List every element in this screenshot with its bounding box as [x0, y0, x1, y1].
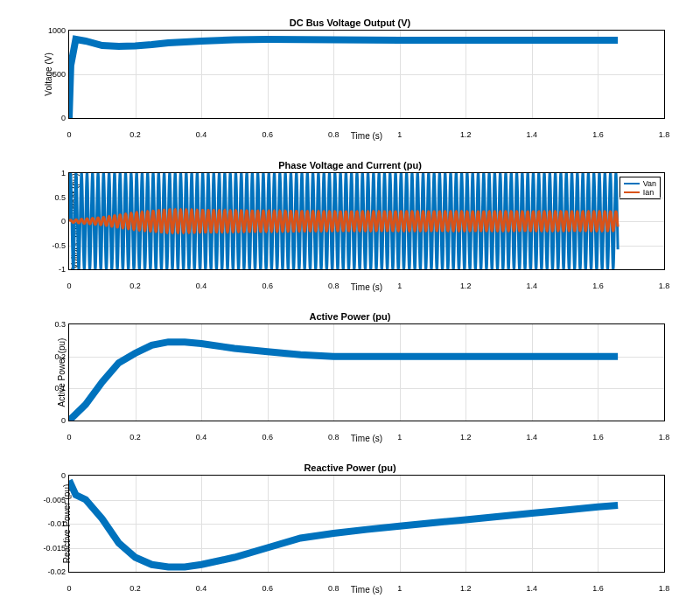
y-tick-label: 500: [36, 70, 66, 79]
y-tick-label: -0.005: [36, 496, 66, 504]
x-axis-label: Time (s): [68, 131, 665, 141]
x-tick-label: 1.8: [659, 130, 670, 139]
chart-dc-bus-voltage: DC Bus Voltage Output (V) Voltage (V) 05…: [26, 17, 674, 141]
x-tick-label: 1.6: [592, 282, 604, 290]
x-tick-label: 0.2: [130, 433, 141, 442]
chart-title: Active Power (pu): [26, 311, 674, 322]
series-vdc: [69, 39, 618, 118]
x-tick-label: 0.4: [196, 584, 207, 593]
x-tick-label: 0.2: [130, 282, 141, 290]
x-tick-label: 1.8: [659, 433, 670, 442]
plot-area: Reactive Power (pu) -0.02-0.015-0.01-0.0…: [68, 475, 665, 573]
y-tick-label: 0.2: [36, 352, 66, 361]
y-tick-label: 0.5: [36, 193, 66, 202]
x-tick-label: 0: [66, 130, 71, 139]
series-p: [69, 342, 618, 421]
x-tick-label: 0.6: [262, 584, 273, 593]
chart-title: Phase Voltage and Current (pu): [26, 160, 674, 170]
plot-svg: [69, 173, 664, 269]
chart-phase-voltage-current: Phase Voltage and Current (pu) Voltage a…: [26, 160, 674, 292]
plot-svg: [69, 31, 664, 118]
chart-reactive-power: Reactive Power (pu) Reactive Power (pu) …: [26, 462, 674, 595]
x-axis-label: Time (s): [68, 585, 665, 595]
y-tick-label: 0.1: [36, 384, 66, 393]
x-tick-label: 1.2: [460, 130, 472, 139]
y-tick-label: 0: [36, 416, 66, 425]
chart-active-power: Active Power (pu) Active Power (pu) 00.1…: [26, 311, 674, 443]
chart-title: DC Bus Voltage Output (V): [26, 17, 674, 28]
x-tick-label: 1: [397, 584, 402, 593]
x-tick-label: 1.8: [659, 584, 670, 593]
x-tick-label: 0.8: [328, 282, 340, 290]
y-tick-label: 1000: [36, 26, 66, 35]
series-q: [69, 481, 618, 567]
y-tick-label: 0.3: [36, 320, 66, 329]
x-tick-label: 1.4: [527, 433, 538, 442]
y-tick-label: -0.02: [36, 567, 66, 576]
plot-svg: [69, 324, 664, 421]
x-tick-label: 1.6: [592, 130, 604, 139]
x-tick-label: 0.8: [328, 130, 340, 139]
x-tick-label: 0.2: [130, 130, 141, 139]
y-tick-label: -0.015: [36, 544, 66, 553]
x-tick-label: 0: [66, 282, 71, 290]
x-axis-label: Time (s): [68, 434, 665, 443]
charts-container: DC Bus Voltage Output (V) Voltage (V) 05…: [0, 0, 700, 612]
x-tick-label: 0.6: [262, 282, 273, 290]
y-tick-label: 0: [36, 471, 66, 480]
x-tick-label: 0: [66, 584, 71, 593]
x-tick-label: 0.8: [328, 433, 340, 442]
chart-title: Reactive Power (pu): [26, 462, 674, 473]
plot-area: Voltage and Current (pu) Van Ian -1-0.50…: [68, 172, 665, 270]
x-tick-label: 0: [66, 433, 71, 442]
x-tick-label: 0.6: [262, 433, 273, 442]
x-tick-label: 1: [397, 130, 402, 139]
x-tick-label: 1.2: [460, 282, 472, 290]
x-tick-label: 0.4: [196, 130, 207, 139]
x-tick-label: 0.2: [130, 584, 141, 593]
x-tick-label: 1: [397, 282, 402, 290]
x-tick-label: 0.4: [196, 282, 207, 290]
x-tick-label: 0.4: [196, 433, 207, 442]
plot-area: Active Power (pu) 00.10.20.300.20.40.60.…: [68, 323, 665, 421]
y-tick-label: -0.01: [36, 519, 66, 528]
x-tick-label: 0.8: [328, 584, 340, 593]
y-tick-label: 0: [36, 114, 66, 122]
x-tick-label: 1.6: [592, 433, 604, 442]
x-tick-label: 1.2: [460, 433, 472, 442]
x-tick-label: 1.6: [592, 584, 604, 593]
x-axis-label: Time (s): [68, 282, 665, 292]
y-tick-label: 1: [36, 169, 66, 177]
x-tick-label: 1.4: [527, 584, 538, 593]
y-tick-label: -0.5: [36, 241, 66, 250]
x-tick-label: 1.4: [527, 282, 538, 290]
x-tick-label: 0.6: [262, 130, 273, 139]
plot-svg: [69, 476, 664, 572]
x-tick-label: 1.8: [659, 282, 670, 290]
y-tick-label: 0: [36, 217, 66, 226]
y-tick-label: -1: [36, 265, 66, 274]
x-tick-label: 1.4: [527, 130, 538, 139]
x-tick-label: 1.2: [460, 584, 472, 593]
x-tick-label: 1: [397, 433, 402, 442]
plot-area: Voltage (V) 0500100000.20.40.60.811.21.4…: [68, 30, 665, 119]
